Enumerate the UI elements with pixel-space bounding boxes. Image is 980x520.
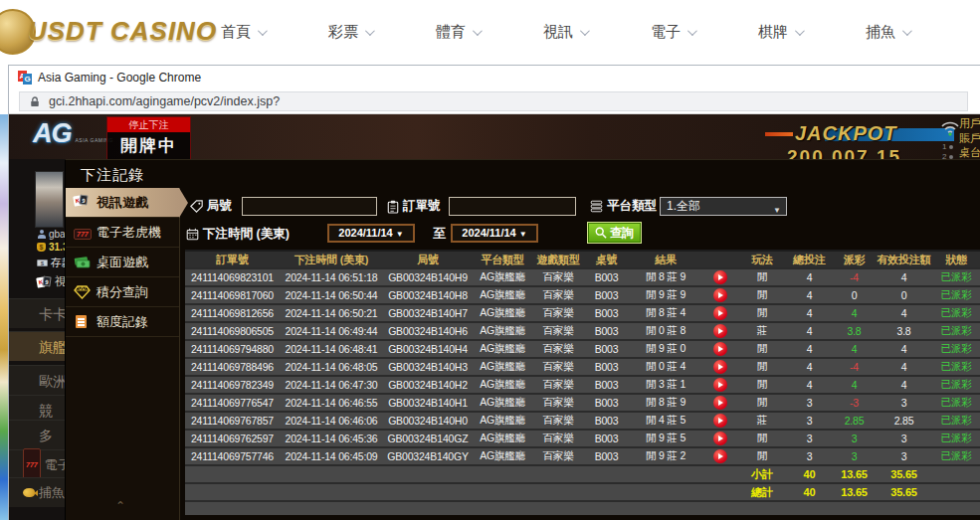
lobby-tab-slots[interactable]: 777電子 [9, 449, 65, 479]
subtotal-valid: 35.65 [877, 465, 931, 483]
date-to-picker[interactable]: 2024/11/14 ▼ [451, 224, 538, 243]
screen: USDT CASINO 首頁 彩票 體育 視訊 電子 棋牌 捕魚 AG Asia… [0, 0, 980, 520]
cell-game-type: 百家樂 [532, 286, 584, 304]
lobby-video-tab[interactable]: K9視 [37, 273, 65, 290]
order-number-input[interactable] [449, 197, 576, 216]
replay-video-button[interactable] [713, 306, 727, 320]
nav-item-lottery[interactable]: 彩票 [328, 23, 372, 42]
nav-item-live[interactable]: 視訊 [543, 23, 587, 42]
cell-payout: -3 [832, 394, 877, 412]
cell-result: 閒 9 莊 2 [629, 447, 702, 465]
cell-game-type: 百家樂 [532, 430, 584, 447]
table-number-label: 桌台編號 [959, 145, 980, 160]
cell-replay [702, 376, 737, 394]
menu-item-points-query[interactable]: 積分查詢 [66, 277, 179, 307]
lobby-tab-fishing[interactable]: 捕魚 [9, 477, 65, 507]
col-game-type: 遊戲類型 [532, 251, 584, 268]
moneybag-icon: $ [37, 243, 46, 252]
cell-time: 2024-11-14 06:50:21 [280, 304, 383, 322]
cell-result: 閒 3 莊 1 [629, 376, 702, 394]
cell-round: GB00324B140H4 [383, 340, 473, 358]
replay-video-button[interactable] [713, 360, 727, 374]
url-bar: gci.2hhapi.com/agingame/pcv2/index.jsp? [9, 88, 980, 114]
nav-item-cards[interactable]: 棋牌 [758, 23, 802, 42]
window-titlebar[interactable]: AG Asia Gaming - Google Chrome [9, 66, 980, 88]
account-info-labels: 用戶名稱 賬戶餘額 桌台編號 [959, 116, 980, 160]
subtotal-bet: 40 [787, 465, 832, 483]
replay-video-button[interactable] [713, 432, 727, 445]
menu-item-credit-records[interactable]: 額度記錄 [66, 307, 179, 337]
cell-replay [702, 430, 737, 447]
chevron-down-icon [580, 26, 590, 36]
gem-icon [74, 284, 91, 299]
date-from-picker[interactable]: 2024/11/14 ▼ [327, 224, 415, 243]
address-input[interactable]: gci.2hhapi.com/agingame/pcv2/index.jsp? [19, 91, 968, 111]
stop-betting-badge: 停止下注 [107, 117, 190, 132]
cell-platform: AG旗艦廳 [473, 340, 532, 358]
menu-item-video-games[interactable]: K9 視訊遊戲 [66, 188, 179, 218]
col-status: 狀態 [931, 251, 980, 268]
lobby-tab-flagship[interactable]: 旗艦 [9, 331, 65, 361]
cell-payout: 0 [832, 286, 877, 304]
platform-type-select[interactable]: 1.全部 ▼ [660, 197, 787, 216]
nav-item-home[interactable]: 首頁 [221, 23, 265, 42]
lobby-tab-kaka[interactable]: 卡卡 [9, 298, 65, 328]
cell-platform: AG旗艦廳 [473, 268, 532, 286]
menu-item-slots[interactable]: 777 電子老虎機 [66, 218, 179, 248]
cell-order: 241114069823101 [185, 268, 280, 286]
cell-result: 閒 8 莊 9 [629, 394, 702, 412]
cell-total-bet: 4 [787, 340, 832, 358]
cell-status: 已派彩 [931, 304, 980, 322]
menu-item-table-games[interactable]: 桌面遊戲 [66, 248, 179, 277]
platform-stack-icon [590, 200, 603, 213]
play-icon [718, 400, 723, 406]
cell-total-bet: 4 [787, 358, 832, 376]
cell-total-bet: 3 [787, 430, 832, 447]
cell-platform: AG旗艦廳 [473, 358, 532, 376]
round-number-input[interactable] [242, 197, 377, 216]
cell-round: GB00324B140H0 [383, 412, 473, 430]
lobby-sidebar: gbad $31.3 $存款 K9視 卡卡 旗艦 歐洲 競 多 777電子 捕魚 [9, 159, 65, 520]
replay-video-button[interactable] [713, 288, 727, 302]
nav-item-sports[interactable]: 體育 [436, 23, 480, 42]
deposit-button[interactable]: $存款 [37, 256, 65, 270]
replay-video-button[interactable] [713, 414, 727, 428]
collapse-caret-icon[interactable]: ⌃ [115, 499, 125, 513]
subtotal-row: 小計 40 13.65 35.65 [185, 465, 980, 483]
cell-valid-bet: 3 [877, 447, 931, 465]
replay-video-button[interactable] [713, 396, 727, 410]
cell-bet-side: 閒 [737, 358, 787, 376]
replay-video-button[interactable] [713, 324, 727, 338]
play-icon [718, 435, 723, 441]
cell-order: 241114069788496 [185, 358, 280, 376]
window-title: Asia Gaming - Google Chrome [38, 71, 201, 85]
cell-time: 2024-11-14 06:46:55 [280, 394, 383, 412]
username-label: 用戶名稱 [959, 116, 980, 131]
jackpot-label: JACKPOT [795, 122, 897, 145]
replay-video-button[interactable] [713, 449, 727, 463]
lobby-tab-duocai[interactable]: 多 [9, 420, 65, 449]
slot-777-icon: 777 [74, 225, 91, 240]
cell-bet-side: 閒 [737, 430, 787, 447]
nav-item-fishing[interactable]: 捕魚 [866, 23, 909, 42]
replay-video-button[interactable] [713, 270, 727, 284]
table-row: 241114069812656 2024-11-14 06:50:21 GB00… [185, 304, 980, 322]
platform-type-label: 平台類型 [590, 198, 657, 215]
cell-status: 已派彩 [931, 394, 980, 412]
nav-item-slots[interactable]: 電子 [651, 23, 694, 42]
col-replay [702, 251, 737, 268]
dropdown-arrow-icon: ▼ [396, 230, 404, 239]
url-text: gci.2hhapi.com/agingame/pcv2/index.jsp? [49, 94, 280, 108]
cell-replay [702, 304, 737, 322]
cell-valid-bet: 3.8 [877, 322, 931, 340]
search-button[interactable]: 查詢 [588, 223, 641, 243]
lobby-tab-europe[interactable]: 歐洲 [9, 365, 65, 395]
replay-video-button[interactable] [713, 342, 727, 356]
cell-replay [702, 447, 737, 465]
cell-replay [702, 358, 737, 376]
cell-bet-side: 閒 [737, 447, 787, 465]
cell-time: 2024-11-14 06:48:41 [280, 340, 383, 358]
replay-video-button[interactable] [713, 378, 727, 392]
cell-status: 已派彩 [931, 322, 980, 340]
col-valid-bet: 有效投注額 [877, 251, 931, 268]
